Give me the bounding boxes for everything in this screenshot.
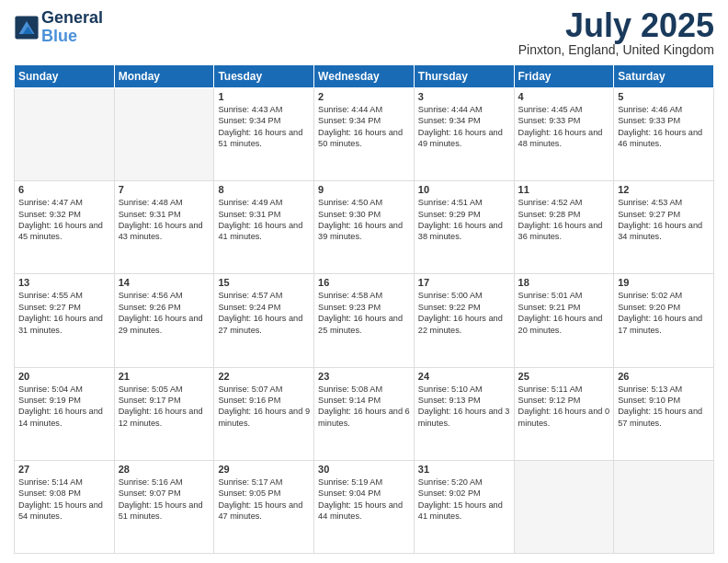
cell-info: Sunrise: 4:46 AM Sunset: 9:33 PM Dayligh… — [618, 104, 710, 150]
calendar-cell: 24Sunrise: 5:10 AM Sunset: 9:13 PM Dayli… — [414, 367, 514, 460]
calendar-table: SundayMondayTuesdayWednesdayThursdayFrid… — [14, 64, 714, 554]
calendar-cell: 4Sunrise: 4:45 AM Sunset: 9:33 PM Daylig… — [514, 88, 614, 181]
logo-icon — [14, 15, 40, 40]
calendar-week-4: 20Sunrise: 5:04 AM Sunset: 9:19 PM Dayli… — [15, 367, 714, 460]
cell-info: Sunrise: 5:17 AM Sunset: 9:05 PM Dayligh… — [218, 477, 310, 523]
calendar-cell: 12Sunrise: 4:53 AM Sunset: 9:27 PM Dayli… — [614, 181, 714, 274]
calendar-cell: 18Sunrise: 5:01 AM Sunset: 9:21 PM Dayli… — [514, 274, 614, 367]
day-header-thursday: Thursday — [414, 65, 514, 88]
calendar-cell: 11Sunrise: 4:52 AM Sunset: 9:28 PM Dayli… — [514, 181, 614, 274]
cell-info: Sunrise: 4:52 AM Sunset: 9:28 PM Dayligh… — [518, 197, 610, 243]
day-number: 2 — [318, 91, 410, 102]
day-header-tuesday: Tuesday — [214, 65, 314, 88]
cell-info: Sunrise: 5:05 AM Sunset: 9:17 PM Dayligh… — [119, 384, 210, 430]
day-number: 28 — [119, 464, 210, 475]
day-header-friday: Friday — [514, 65, 614, 88]
calendar-week-1: 1Sunrise: 4:43 AM Sunset: 9:34 PM Daylig… — [15, 88, 714, 181]
day-header-monday: Monday — [114, 65, 214, 88]
cell-info: Sunrise: 4:56 AM Sunset: 9:26 PM Dayligh… — [119, 290, 210, 336]
day-number: 21 — [119, 371, 210, 382]
calendar-cell: 14Sunrise: 4:56 AM Sunset: 9:26 PM Dayli… — [114, 274, 214, 367]
cell-info: Sunrise: 5:07 AM Sunset: 9:16 PM Dayligh… — [218, 384, 310, 430]
day-number: 17 — [418, 277, 510, 288]
day-number: 27 — [18, 464, 110, 475]
cell-info: Sunrise: 4:51 AM Sunset: 9:29 PM Dayligh… — [418, 197, 510, 243]
day-number: 29 — [218, 464, 310, 475]
logo-text: General Blue — [41, 9, 103, 46]
calendar-cell: 30Sunrise: 5:19 AM Sunset: 9:04 PM Dayli… — [314, 460, 415, 553]
calendar-cell: 1Sunrise: 4:43 AM Sunset: 9:34 PM Daylig… — [214, 88, 314, 181]
month-title: July 2025 — [518, 9, 714, 42]
day-number: 6 — [18, 184, 110, 195]
day-number: 10 — [418, 184, 510, 195]
day-number: 16 — [318, 277, 410, 288]
calendar-cell: 19Sunrise: 5:02 AM Sunset: 9:20 PM Dayli… — [614, 274, 714, 367]
day-number: 9 — [318, 184, 410, 195]
cell-info: Sunrise: 5:16 AM Sunset: 9:07 PM Dayligh… — [119, 477, 210, 523]
cell-info: Sunrise: 4:44 AM Sunset: 9:34 PM Dayligh… — [318, 104, 410, 150]
day-number: 5 — [618, 91, 710, 102]
cell-info: Sunrise: 4:58 AM Sunset: 9:23 PM Dayligh… — [318, 290, 410, 336]
day-number: 25 — [518, 371, 610, 382]
day-number: 8 — [218, 184, 310, 195]
location-subtitle: Pinxton, England, United Kingdom — [518, 42, 714, 57]
day-number: 24 — [418, 371, 510, 382]
cell-info: Sunrise: 4:44 AM Sunset: 9:34 PM Dayligh… — [418, 104, 510, 150]
page: General Blue July 2025 Pinxton, England,… — [0, 0, 728, 563]
cell-info: Sunrise: 4:49 AM Sunset: 9:31 PM Dayligh… — [218, 197, 310, 243]
day-number: 13 — [18, 277, 110, 288]
day-number: 15 — [218, 277, 310, 288]
day-number: 14 — [119, 277, 210, 288]
calendar-cell: 29Sunrise: 5:17 AM Sunset: 9:05 PM Dayli… — [214, 460, 314, 553]
calendar-cell — [15, 88, 115, 181]
cell-info: Sunrise: 5:19 AM Sunset: 9:04 PM Dayligh… — [318, 477, 410, 523]
calendar-week-5: 27Sunrise: 5:14 AM Sunset: 9:08 PM Dayli… — [15, 460, 714, 553]
cell-info: Sunrise: 5:04 AM Sunset: 9:19 PM Dayligh… — [18, 384, 110, 430]
cell-info: Sunrise: 4:48 AM Sunset: 9:31 PM Dayligh… — [119, 197, 210, 243]
day-number: 23 — [318, 371, 410, 382]
calendar-cell — [514, 460, 614, 553]
day-number: 3 — [418, 91, 510, 102]
calendar-cell: 7Sunrise: 4:48 AM Sunset: 9:31 PM Daylig… — [114, 181, 214, 274]
calendar-cell: 23Sunrise: 5:08 AM Sunset: 9:14 PM Dayli… — [314, 367, 415, 460]
header: General Blue July 2025 Pinxton, England,… — [14, 9, 714, 57]
cell-info: Sunrise: 4:53 AM Sunset: 9:27 PM Dayligh… — [618, 197, 710, 243]
logo-line2: Blue — [41, 27, 77, 45]
calendar-cell: 13Sunrise: 4:55 AM Sunset: 9:27 PM Dayli… — [15, 274, 115, 367]
calendar-cell: 5Sunrise: 4:46 AM Sunset: 9:33 PM Daylig… — [614, 88, 714, 181]
cell-info: Sunrise: 5:08 AM Sunset: 9:14 PM Dayligh… — [318, 384, 410, 430]
calendar-cell: 15Sunrise: 4:57 AM Sunset: 9:24 PM Dayli… — [214, 274, 314, 367]
cell-info: Sunrise: 5:10 AM Sunset: 9:13 PM Dayligh… — [418, 384, 510, 430]
calendar-cell: 16Sunrise: 4:58 AM Sunset: 9:23 PM Dayli… — [314, 274, 415, 367]
day-number: 1 — [218, 91, 310, 102]
cell-info: Sunrise: 5:13 AM Sunset: 9:10 PM Dayligh… — [618, 384, 710, 430]
cell-info: Sunrise: 4:43 AM Sunset: 9:34 PM Dayligh… — [218, 104, 310, 150]
cell-info: Sunrise: 5:02 AM Sunset: 9:20 PM Dayligh… — [618, 290, 710, 336]
calendar-header-row: SundayMondayTuesdayWednesdayThursdayFrid… — [15, 65, 714, 88]
day-header-saturday: Saturday — [614, 65, 714, 88]
cell-info: Sunrise: 5:20 AM Sunset: 9:02 PM Dayligh… — [418, 477, 510, 523]
day-number: 18 — [518, 277, 610, 288]
day-number: 7 — [119, 184, 210, 195]
calendar-cell: 25Sunrise: 5:11 AM Sunset: 9:12 PM Dayli… — [514, 367, 614, 460]
day-number: 11 — [518, 184, 610, 195]
calendar-cell: 8Sunrise: 4:49 AM Sunset: 9:31 PM Daylig… — [214, 181, 314, 274]
cell-info: Sunrise: 4:55 AM Sunset: 9:27 PM Dayligh… — [18, 290, 110, 336]
day-number: 30 — [318, 464, 410, 475]
calendar-cell: 9Sunrise: 4:50 AM Sunset: 9:30 PM Daylig… — [314, 181, 415, 274]
logo-line1: General — [41, 9, 103, 28]
title-block: July 2025 Pinxton, England, United Kingd… — [518, 9, 714, 57]
calendar-cell: 31Sunrise: 5:20 AM Sunset: 9:02 PM Dayli… — [414, 460, 514, 553]
cell-info: Sunrise: 5:01 AM Sunset: 9:21 PM Dayligh… — [518, 290, 610, 336]
day-header-wednesday: Wednesday — [314, 65, 415, 88]
logo: General Blue — [14, 9, 103, 46]
cell-info: Sunrise: 4:57 AM Sunset: 9:24 PM Dayligh… — [218, 290, 310, 336]
day-header-sunday: Sunday — [15, 65, 115, 88]
calendar-cell: 21Sunrise: 5:05 AM Sunset: 9:17 PM Dayli… — [114, 367, 214, 460]
calendar-cell: 10Sunrise: 4:51 AM Sunset: 9:29 PM Dayli… — [414, 181, 514, 274]
cell-info: Sunrise: 5:00 AM Sunset: 9:22 PM Dayligh… — [418, 290, 510, 336]
cell-info: Sunrise: 5:11 AM Sunset: 9:12 PM Dayligh… — [518, 384, 610, 430]
day-number: 19 — [618, 277, 710, 288]
calendar-cell — [614, 460, 714, 553]
cell-info: Sunrise: 4:50 AM Sunset: 9:30 PM Dayligh… — [318, 197, 410, 243]
